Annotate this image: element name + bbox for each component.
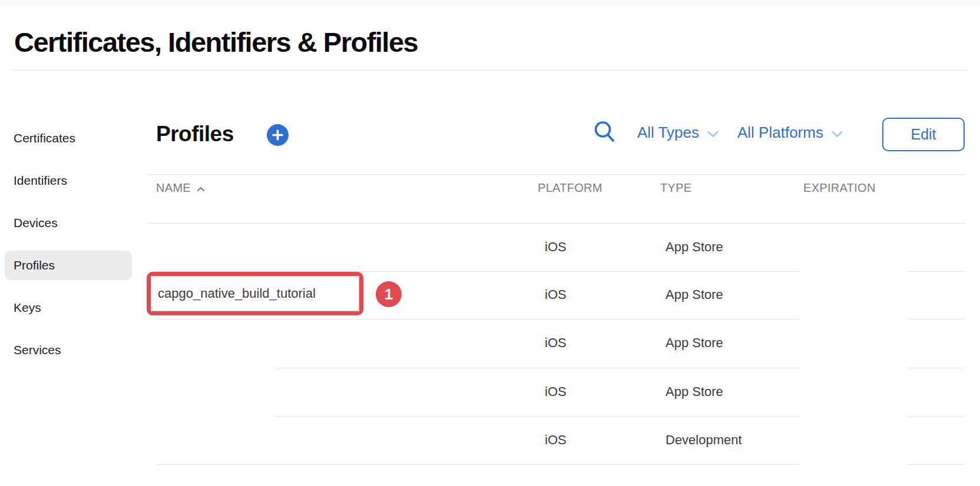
row1-type-cell: App Store — [666, 239, 723, 255]
row5-platform-cell: iOS — [545, 432, 567, 448]
row1-platform-cell: iOS — [545, 239, 567, 255]
column-header-expiration-label: EXPIRATION — [803, 181, 876, 195]
edit-button-label: Edit — [911, 126, 936, 143]
row-divider-right-segment — [908, 464, 965, 465]
search-icon — [594, 120, 615, 142]
chevron-down-icon — [707, 131, 719, 138]
row3-platform-cell: iOS — [545, 335, 567, 351]
table-header-divider — [147, 223, 966, 224]
row4-platform-cell: iOS — [545, 384, 567, 400]
section-heading: Profiles — [156, 122, 234, 147]
row2-type-cell: App Store — [666, 287, 723, 302]
sidebar-item-label: Keys — [14, 301, 41, 315]
sidebar-item-identifiers[interactable]: Identifiers — [5, 166, 132, 195]
row5-type-cell: Development — [666, 432, 742, 448]
sidebar-item-label: Certificates — [14, 131, 75, 145]
column-header-expiration[interactable]: EXPIRATION — [803, 181, 876, 195]
row-divider — [156, 319, 800, 319]
row2-platform-cell: iOS — [545, 287, 567, 302]
sidebar-item-label: Identifiers — [14, 174, 67, 188]
plus-icon — [272, 129, 283, 141]
column-header-type[interactable]: TYPE — [660, 181, 691, 195]
sort-ascending-icon — [197, 187, 205, 192]
filter-all-types-label: All Types — [637, 124, 699, 142]
row-divider-right-segment — [908, 271, 965, 272]
row-divider — [275, 368, 800, 368]
title-divider — [12, 70, 968, 71]
sidebar-item-devices[interactable]: Devices — [5, 208, 132, 238]
row-divider — [156, 464, 800, 465]
column-header-platform-label: PLATFORM — [538, 181, 602, 195]
filter-all-types[interactable]: All Types — [637, 124, 719, 142]
row-divider-right-segment — [908, 319, 965, 319]
row-divider — [275, 416, 800, 417]
annotation-step-badge: 1 — [376, 281, 402, 307]
sidebar-item-services[interactable]: Services — [5, 335, 132, 365]
page-title: Certificates, Identifiers & Profiles — [14, 26, 418, 58]
sidebar-item-profiles[interactable]: Profiles — [5, 251, 132, 280]
filter-all-platforms[interactable]: All Platforms — [737, 124, 843, 142]
add-profile-button[interactable] — [267, 124, 289, 146]
row4-type-cell: App Store — [666, 384, 723, 400]
sidebar-item-label: Profiles — [14, 258, 55, 272]
profile-name-cell[interactable]: capgo_native_build_tutorial — [151, 276, 359, 311]
column-header-name-label: NAME — [156, 181, 191, 195]
sidebar-item-label: Devices — [14, 216, 58, 230]
table-top-divider — [147, 174, 966, 175]
row3-type-cell: App Store — [666, 335, 723, 351]
sidebar-item-keys[interactable]: Keys — [5, 293, 132, 322]
top-strip — [0, 0, 980, 6]
column-header-type-label: TYPE — [660, 181, 691, 195]
sidebar-item-label: Services — [14, 343, 61, 357]
chevron-down-icon — [832, 131, 843, 138]
edit-button[interactable]: Edit — [882, 118, 965, 151]
search-button[interactable] — [594, 120, 615, 142]
column-header-platform[interactable]: PLATFORM — [538, 181, 602, 195]
annotation-highlight-box: capgo_native_build_tutorial — [147, 272, 363, 315]
row-divider-right-segment — [908, 368, 965, 368]
filter-all-platforms-label: All Platforms — [737, 124, 823, 142]
sidebar-item-certificates[interactable]: Certificates — [5, 124, 132, 153]
sidebar: Certificates Identifiers Devices Profile… — [5, 124, 132, 378]
row-divider-right-segment — [908, 416, 965, 417]
column-header-name[interactable]: NAME — [156, 181, 205, 195]
